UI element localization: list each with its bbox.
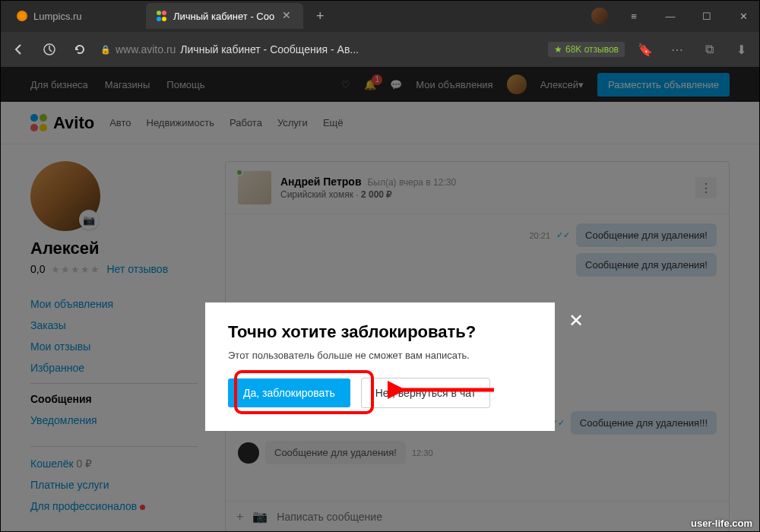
url-title: Личный кабинет - Сообщения - Ав...	[180, 43, 359, 55]
menu-icon[interactable]: ≡	[623, 5, 644, 27]
url-display[interactable]: 🔒 www.avito.ru Личный кабинет - Сообщени…	[100, 43, 359, 55]
browser-profile-avatar[interactable]	[591, 8, 608, 24]
minimize-icon[interactable]: —	[660, 5, 681, 27]
downloads-icon[interactable]: ⬇	[731, 40, 751, 59]
maximize-icon[interactable]: ☐	[696, 5, 717, 27]
bookmark-icon[interactable]: 🔖	[635, 40, 655, 59]
tab-title: Личный кабинет - Соо	[173, 11, 274, 22]
lock-icon: 🔒	[100, 45, 111, 55]
cancel-block-button[interactable]: Нет, вернуться в чат	[361, 378, 490, 408]
modal-text: Этот пользователь больше не сможет вам н…	[228, 350, 532, 361]
yandex-icon[interactable]	[40, 40, 59, 59]
new-tab-button[interactable]: +	[309, 5, 331, 27]
tab-lumpics[interactable]: Lumpics.ru	[6, 3, 143, 29]
modal-overlay[interactable]: ✕ Точно хотите заблокировать? Этот польз…	[0, 67, 760, 532]
more-icon[interactable]: ⋯	[667, 40, 687, 59]
close-tab-icon[interactable]: ✕	[280, 10, 293, 22]
modal-title: Точно хотите заблокировать?	[228, 322, 532, 342]
favicon-lumpics	[17, 11, 27, 21]
browser-tab-strip: Lumpics.ru Личный кабинет - Соо ✕ + ≡ — …	[0, 0, 760, 32]
watermark-text: user-life.com	[691, 518, 752, 529]
modal-close-icon[interactable]: ✕	[568, 310, 584, 331]
tab-title: Lumpics.ru	[33, 11, 82, 22]
block-confirm-modal: ✕ Точно хотите заблокировать? Этот польз…	[205, 302, 555, 431]
url-domain: www.avito.ru	[116, 43, 176, 55]
address-bar: 🔒 www.avito.ru Личный кабинет - Сообщени…	[0, 32, 760, 67]
favicon-avito	[157, 11, 167, 21]
tab-avito[interactable]: Личный кабинет - Соо ✕	[146, 3, 303, 29]
extensions-icon[interactable]: ⧉	[699, 40, 719, 59]
reload-icon[interactable]	[70, 40, 90, 59]
confirm-block-button[interactable]: Да, заблокировать	[228, 378, 350, 407]
reviews-count: 68K отзывов	[565, 44, 619, 55]
page-content: Для бизнеса Магазины Помощь ♡ 🔔1 💬 Мои о…	[0, 67, 760, 532]
star-icon: ★	[554, 44, 562, 55]
back-icon[interactable]	[9, 40, 29, 59]
reviews-extension-badge[interactable]: ★ 68K отзывов	[548, 42, 625, 57]
close-window-icon[interactable]: ✕	[733, 5, 754, 27]
